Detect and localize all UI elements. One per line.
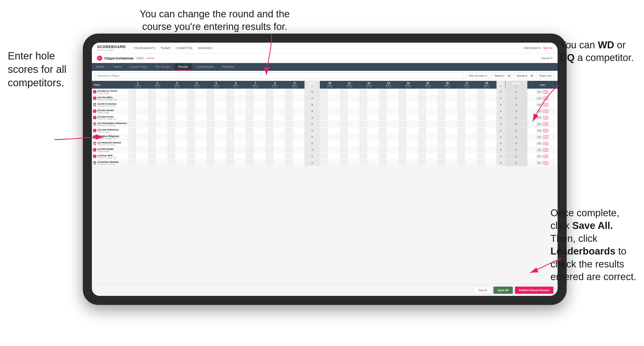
score-cell-9-16[interactable] xyxy=(457,147,477,153)
score-cell-1-13[interactable] xyxy=(398,95,418,102)
nav-committee[interactable]: COMMITTEE xyxy=(176,47,193,50)
score-cell-1-8[interactable] xyxy=(285,95,305,102)
score-cell-3-5[interactable] xyxy=(226,108,246,114)
score-cell-2-14[interactable] xyxy=(418,102,438,108)
score-cell-10-10[interactable] xyxy=(339,153,359,160)
score-cell-8-7[interactable] xyxy=(265,140,285,147)
score-cell-6-6[interactable] xyxy=(246,127,265,134)
score-cell-3-11[interactable] xyxy=(359,108,379,114)
score-cell-6-13[interactable] xyxy=(398,127,418,134)
score-cell-9-0[interactable] xyxy=(128,147,148,153)
dq-button[interactable]: DQ xyxy=(543,135,548,139)
score-cell-11-3[interactable] xyxy=(187,160,206,166)
score-cell-1-16[interactable] xyxy=(457,95,477,102)
score-cell-7-9[interactable] xyxy=(320,134,340,140)
score-cell-4-4[interactable] xyxy=(206,114,226,121)
score-cell-11-12[interactable] xyxy=(379,160,398,166)
score-cell-0-10[interactable] xyxy=(339,89,359,95)
score-cell-6-14[interactable] xyxy=(418,127,438,134)
score-cell-8-13[interactable] xyxy=(398,140,418,147)
score-cell-5-13[interactable] xyxy=(398,121,418,127)
score-cell-1-6[interactable] xyxy=(246,95,265,102)
tab-details[interactable]: Details xyxy=(92,63,109,71)
score-cell-1-15[interactable] xyxy=(438,95,457,102)
score-cell-10-0[interactable] xyxy=(128,153,148,160)
score-cell-0-1[interactable] xyxy=(148,89,167,95)
score-cell-7-16[interactable] xyxy=(457,134,477,140)
score-cell-1-7[interactable] xyxy=(265,95,285,102)
score-cell-8-3[interactable] xyxy=(187,140,206,147)
publish-button[interactable]: Publish Round Scores xyxy=(515,287,553,294)
tab-leaderboards[interactable]: Leaderboards xyxy=(192,63,218,71)
score-cell-6-1[interactable] xyxy=(148,127,167,134)
tab-course-setup[interactable]: Course Setup xyxy=(125,63,151,71)
score-cell-5-1[interactable] xyxy=(148,121,167,127)
score-cell-9-2[interactable] xyxy=(167,147,187,153)
score-cell-1-1[interactable] xyxy=(148,95,167,102)
score-cell-8-8[interactable] xyxy=(285,140,305,147)
filter-team-button[interactable]: Filter by team ▾ xyxy=(466,72,489,79)
score-cell-4-5[interactable] xyxy=(226,114,246,121)
score-cell-6-5[interactable] xyxy=(226,127,246,134)
score-cell-11-5[interactable] xyxy=(226,160,246,166)
score-cell-3-1[interactable] xyxy=(148,108,167,114)
score-cell-5-15[interactable] xyxy=(438,121,457,127)
score-cell-10-9[interactable] xyxy=(320,153,340,160)
score-cell-8-11[interactable] xyxy=(359,140,379,147)
score-cell-0-0[interactable] xyxy=(128,89,148,95)
score-cell-5-16[interactable] xyxy=(457,121,477,127)
score-cell-6-0[interactable] xyxy=(128,127,148,134)
score-cell-6-3[interactable] xyxy=(187,127,206,134)
score-cell-8-2[interactable] xyxy=(167,140,187,147)
wd-button[interactable]: WD xyxy=(537,148,542,152)
score-cell-7-6[interactable] xyxy=(246,134,265,140)
dq-button[interactable]: DQ xyxy=(543,142,548,145)
score-cell-5-2[interactable] xyxy=(167,121,187,127)
score-cell-0-2[interactable] xyxy=(167,89,187,95)
score-cell-10-15[interactable] xyxy=(438,153,457,160)
score-cell-7-3[interactable] xyxy=(187,134,206,140)
tab-results[interactable]: Results xyxy=(174,63,192,71)
score-cell-7-1[interactable] xyxy=(148,134,167,140)
score-cell-8-14[interactable] xyxy=(418,140,438,147)
score-cell-5-0[interactable] xyxy=(128,121,148,127)
score-cell-6-12[interactable] xyxy=(379,127,398,134)
score-cell-0-3[interactable] xyxy=(187,89,206,95)
score-cell-7-0[interactable] xyxy=(128,134,148,140)
tab-tee-groups[interactable]: Tee Groups xyxy=(151,63,174,71)
score-cell-9-5[interactable] xyxy=(226,147,246,153)
score-cell-3-14[interactable] xyxy=(418,108,438,114)
score-cell-7-8[interactable] xyxy=(285,134,305,140)
score-cell-9-10[interactable] xyxy=(339,147,359,153)
score-cell-9-15[interactable] xyxy=(438,147,457,153)
score-cell-7-13[interactable] xyxy=(398,134,418,140)
score-cell-0-15[interactable] xyxy=(438,89,457,95)
score-cell-7-12[interactable] xyxy=(379,134,398,140)
score-cell-11-14[interactable] xyxy=(418,160,438,166)
score-cell-10-3[interactable] xyxy=(187,153,206,160)
score-cell-11-15[interactable] xyxy=(438,160,457,166)
score-cell-2-10[interactable] xyxy=(339,102,359,108)
score-cell-2-5[interactable] xyxy=(226,102,246,108)
score-cell-2-6[interactable] xyxy=(246,102,265,108)
sign-out-link[interactable]: Sign out xyxy=(543,47,552,49)
score-cell-8-16[interactable] xyxy=(457,140,477,147)
score-cell-4-6[interactable] xyxy=(246,114,265,121)
score-cell-5-4[interactable] xyxy=(206,121,226,127)
score-cell-4-11[interactable] xyxy=(359,114,379,121)
score-cell-6-15[interactable] xyxy=(438,127,457,134)
cancel-action-button[interactable]: Cancel xyxy=(474,287,491,294)
score-cell-11-4[interactable] xyxy=(206,160,226,166)
score-cell-8-4[interactable] xyxy=(206,140,226,147)
score-cell-3-6[interactable] xyxy=(246,108,265,114)
score-cell-0-12[interactable] xyxy=(379,89,398,95)
score-cell-10-13[interactable] xyxy=(398,153,418,160)
score-cell-10-11[interactable] xyxy=(359,153,379,160)
score-cell-2-12[interactable] xyxy=(379,102,398,108)
score-cell-0-11[interactable] xyxy=(359,89,379,95)
score-cell-4-13[interactable] xyxy=(398,114,418,121)
score-cell-11-16[interactable] xyxy=(457,160,477,166)
score-cell-6-9[interactable] xyxy=(320,127,340,134)
score-cell-3-3[interactable] xyxy=(187,108,206,114)
score-cell-2-13[interactable] xyxy=(398,102,418,108)
